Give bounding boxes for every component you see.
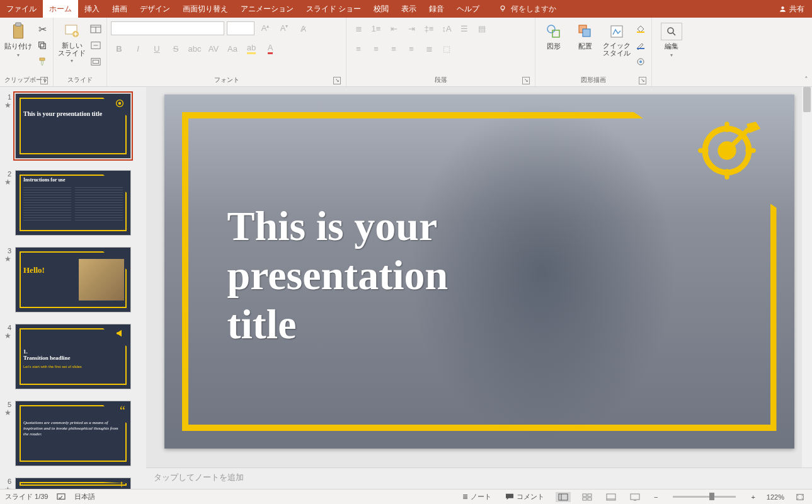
thumbnail-2[interactable]: 2★ Instructions for use [4,170,142,236]
bullets-button[interactable]: ≣ [350,21,367,36]
shape-effects-button[interactable] [634,55,648,68]
shadow-button[interactable]: abc [186,41,203,56]
tab-design[interactable]: デザイン [134,0,176,18]
slide-title-text[interactable]: This is your presentation title [227,202,449,349]
new-slide-icon [63,23,81,40]
slide-thumbnails-pane[interactable]: 1★ This is your presentation title 2★ In… [0,87,146,489]
decrease-indent-button[interactable]: ⇤ [386,21,402,36]
grid-icon [582,493,592,501]
tab-draw[interactable]: 描画 [106,0,134,18]
tab-review[interactable]: 校閲 [367,0,395,18]
collapse-ribbon-button[interactable]: ˄ [804,76,808,84]
svg-rect-4 [40,43,45,49]
font-color-button[interactable]: A [262,41,278,56]
spellcheck-icon[interactable] [57,493,66,501]
convert-smartart-button[interactable]: ⬚ [438,41,455,56]
thumb-title: 1. Transition headline [23,348,71,361]
tab-slideshow[interactable]: スライド ショー [300,0,367,18]
thumbnail-1[interactable]: 1★ This is your presentation title [4,93,142,159]
clear-formatting-button[interactable]: A̷ [295,21,311,36]
decrease-font-button[interactable]: A▾ [276,21,292,36]
numbering-icon: 1≡ [372,24,381,33]
char-spacing-button[interactable]: AV [205,41,222,56]
quick-styles-button[interactable]: クイック スタイル [602,20,631,57]
zoom-slider-knob[interactable] [709,493,714,500]
columns-button[interactable]: ▤ [474,21,490,36]
shape-outline-button[interactable] [634,39,648,52]
justify-button[interactable]: ≡ [403,41,420,56]
text-direction-button[interactable]: ↕A [438,21,455,36]
tab-view[interactable]: 表示 [395,0,423,18]
align-right-button[interactable]: ≡ [386,41,402,56]
zoom-slider[interactable] [673,496,736,498]
paste-button[interactable]: 貼り付け ▾ [4,20,33,58]
pin-icon [118,481,125,488]
font-dialog-launcher[interactable]: ↘ [333,77,341,84]
tab-transitions[interactable]: 画面切り替え [176,0,234,18]
new-slide-button[interactable]: 新しい スライド ▾ [57,20,86,64]
tab-animations[interactable]: アニメーション [234,0,300,18]
cut-button[interactable]: ✂ [35,23,49,35]
line-spacing-button[interactable]: ‡≡ [421,21,437,36]
tab-file[interactable]: ファイル [0,0,43,18]
tab-insert[interactable]: 挿入 [78,0,106,18]
comments-toggle-label: コメント [517,492,544,501]
format-painter-button[interactable] [35,55,49,68]
zoom-out-button[interactable]: − [651,492,660,502]
zoom-level[interactable]: 122% [767,493,784,501]
layout-button[interactable] [89,23,103,35]
section-button[interactable] [89,55,103,68]
clipboard-dialog-launcher[interactable]: ↘ [40,77,48,84]
tell-me-search[interactable]: 何をしますか [498,4,556,14]
increase-font-button[interactable]: A▴ [257,21,273,36]
notes-pane[interactable]: タップしてノートを追加 [146,467,812,489]
zoom-in-button[interactable]: + [748,492,757,502]
thumb-title: Hello! [23,265,45,275]
slide-canvas-area[interactable]: This is your presentation title [146,87,812,467]
copy-button[interactable] [35,39,49,52]
font-name-input[interactable] [111,21,224,35]
new-slide-label: 新しい スライド [58,42,86,57]
increase-indent-button[interactable]: ⇥ [403,21,420,36]
editing-button[interactable]: 編集 ▾ [656,20,687,58]
shape-fill-button[interactable] [634,23,648,35]
notes-toggle-button[interactable]: ≣ノート [460,491,494,503]
slideshow-view-button[interactable] [627,492,643,502]
reset-button[interactable] [89,39,103,52]
distribute-button[interactable]: ≣ [421,41,437,56]
shapes-button[interactable]: 図形 [539,20,568,51]
reading-view-button[interactable] [603,492,619,502]
align-center-button[interactable]: ≡ [368,41,384,56]
thumbnail-4[interactable]: 4★ 1. Transition headlineLet's start wit… [4,324,142,389]
arrange-button[interactable]: 配置 [571,20,600,51]
slide-sorter-view-button[interactable] [580,492,595,502]
share-button[interactable]: 共有 [779,4,804,14]
strikethrough-button[interactable]: S [168,41,184,56]
scrollbar-thumb[interactable] [803,87,811,112]
language-indicator[interactable]: 日本語 [74,492,95,501]
fit-to-window-button[interactable] [793,492,807,502]
underline-button[interactable]: U [149,41,165,56]
tab-record[interactable]: 録音 [423,0,450,18]
highlight-button[interactable]: ab [243,41,260,56]
thumbnail-5[interactable]: 5★ “Quotations are commonly printed as a… [4,401,142,466]
italic-button[interactable]: I [130,41,146,56]
paragraph-dialog-launcher[interactable]: ↘ [522,77,530,84]
font-size-input[interactable] [227,21,254,35]
lightbulb-icon [498,4,507,13]
chevron-up-icon: ˄ [804,76,808,83]
bold-button[interactable]: B [111,41,127,56]
tab-help[interactable]: ヘルプ [450,0,486,18]
numbering-button[interactable]: 1≡ [368,21,384,36]
thumbnail-3[interactable]: 3★ Hello! [4,247,142,312]
normal-view-button[interactable] [556,492,571,502]
drawing-dialog-launcher[interactable]: ↘ [639,77,646,84]
align-left-button[interactable]: ≡ [350,41,367,56]
vertical-scrollbar[interactable] [802,87,812,467]
slide-canvas[interactable]: This is your presentation title [164,94,794,449]
comments-toggle-button[interactable]: コメント [503,491,547,503]
align-text-button[interactable]: ☰ [456,21,472,36]
thumbnail-6[interactable]: 6★ [4,478,142,489]
tab-home[interactable]: ホーム [43,0,78,18]
change-case-button[interactable]: Aa [224,41,241,56]
